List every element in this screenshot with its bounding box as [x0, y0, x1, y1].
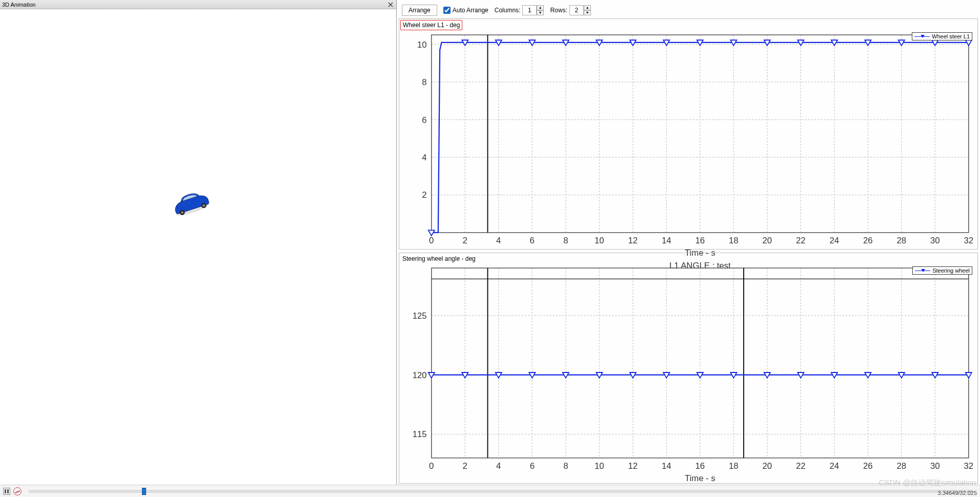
svg-text:120: 120: [413, 370, 427, 380]
animation-titlebar: 3D Animation: [0, 0, 396, 9]
columns-label: Columns:: [495, 7, 521, 14]
auto-arrange-checkbox[interactable]: Auto Arrange: [443, 7, 488, 14]
svg-text:2: 2: [463, 461, 467, 471]
no-loop-icon[interactable]: [13, 487, 22, 495]
svg-text:30: 30: [930, 461, 940, 471]
svg-text:10: 10: [417, 40, 427, 50]
columns-up-button[interactable]: ▴: [537, 5, 544, 10]
plot-title: Wheel steer L1 - deg: [400, 20, 462, 30]
svg-text:10: 10: [595, 236, 604, 245]
arrange-button[interactable]: Arrange: [402, 5, 437, 16]
viewport-3d[interactable]: [0, 9, 396, 485]
svg-text:2: 2: [463, 236, 467, 245]
svg-text:24: 24: [830, 236, 840, 245]
car-icon: [169, 193, 213, 216]
close-icon[interactable]: [387, 1, 394, 8]
plot-canvas[interactable]: 02468101214161820222426283032246810Time …: [400, 30, 976, 272]
svg-text:6: 6: [422, 115, 426, 125]
svg-text:8: 8: [563, 461, 568, 471]
plot-canvas[interactable]: 02468101214161820222426283032115120125Ti…: [400, 263, 976, 497]
plotter-toolbar: Arrange Auto Arrange Columns: ▴ ▾ Rows:: [399, 2, 978, 18]
legend: Wheel steer L1: [912, 32, 972, 40]
svg-text:18: 18: [729, 461, 739, 471]
svg-text:16: 16: [696, 461, 705, 471]
timeline-knob[interactable]: [142, 488, 146, 495]
rows-label: Rows:: [550, 7, 567, 14]
svg-text:8: 8: [563, 236, 568, 245]
svg-text:4: 4: [496, 461, 501, 471]
playback-strip: [0, 485, 980, 497]
animation-title: 3D Animation: [2, 2, 35, 8]
svg-text:20: 20: [763, 236, 772, 245]
timeline-slider[interactable]: [29, 490, 973, 493]
rows-input[interactable]: [569, 5, 584, 15]
plotter-pane: Arrange Auto Arrange Columns: ▴ ▾ Rows:: [397, 0, 980, 485]
svg-text:20: 20: [763, 461, 772, 471]
columns-down-button[interactable]: ▾: [537, 10, 544, 15]
rows-up-button[interactable]: ▴: [584, 5, 591, 10]
svg-text:28: 28: [897, 236, 907, 245]
svg-text:4: 4: [422, 153, 426, 162]
svg-text:18: 18: [729, 236, 739, 245]
pause-icon[interactable]: [3, 488, 10, 495]
time-readout: 3.34649/32.025: [938, 490, 977, 496]
svg-text:28: 28: [897, 461, 907, 471]
svg-text:115: 115: [413, 429, 427, 439]
legend: Steering wheel: [912, 266, 972, 275]
svg-text:16: 16: [696, 236, 705, 245]
svg-text:26: 26: [863, 461, 873, 471]
svg-text:32: 32: [964, 236, 974, 245]
svg-rect-27: [432, 35, 969, 233]
svg-text:14: 14: [662, 236, 671, 245]
plot-1[interactable]: Steering wheel angle - degSteering wheel…: [399, 253, 978, 484]
animation-pane: 3D Animation: [0, 0, 397, 485]
svg-text:2: 2: [422, 191, 426, 200]
svg-text:30: 30: [930, 236, 940, 245]
svg-text:4: 4: [496, 236, 501, 245]
plot-0[interactable]: Wheel steer L1 - degWheel steer L1024681…: [399, 18, 978, 250]
svg-text:125: 125: [413, 311, 427, 321]
svg-text:10: 10: [595, 461, 604, 471]
svg-text:12: 12: [628, 236, 638, 245]
svg-text:0: 0: [429, 461, 434, 471]
svg-text:22: 22: [796, 461, 806, 471]
svg-text:0: 0: [429, 236, 434, 245]
svg-text:26: 26: [863, 236, 873, 245]
rows-down-button[interactable]: ▾: [584, 10, 591, 15]
svg-text:14: 14: [662, 461, 671, 471]
svg-text:22: 22: [796, 236, 806, 245]
svg-text:24: 24: [830, 461, 840, 471]
svg-text:Time - s: Time - s: [685, 473, 716, 483]
auto-arrange-label: Auto Arrange: [453, 7, 488, 14]
svg-text:6: 6: [530, 461, 535, 471]
columns-input[interactable]: [522, 5, 537, 15]
svg-text:8: 8: [422, 77, 426, 87]
svg-text:32: 32: [964, 461, 974, 471]
plot-title: Steering wheel angle - deg: [400, 254, 478, 263]
svg-text:12: 12: [628, 461, 638, 471]
svg-text:6: 6: [530, 236, 535, 245]
